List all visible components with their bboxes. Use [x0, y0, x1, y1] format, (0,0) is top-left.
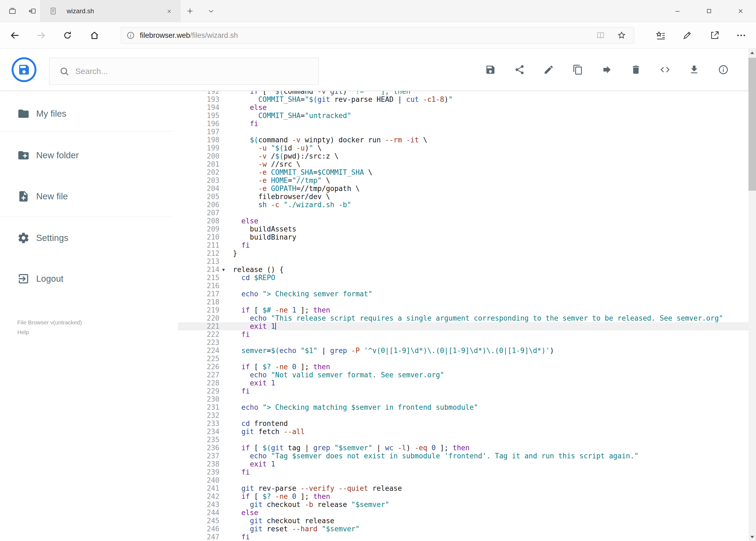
code-line[interactable]: 201 -w //src \ — [178, 160, 748, 168]
code-text[interactable]: git rev-parse --verify --quiet release — [227, 484, 402, 492]
code-editor[interactable]: 192 if [ "$(command -v git)" != "" ]; th… — [178, 91, 748, 541]
code-line[interactable]: 204 -e GOPATH=//tmp/gopath \ — [178, 185, 748, 193]
code-line[interactable]: 243 git checkout -b release "$semver" — [178, 500, 748, 509]
code-line[interactable]: 218 — [178, 298, 748, 306]
code-text[interactable]: -e COMMIT_SHA=$COMMIT_SHA \ — [227, 168, 373, 176]
code-text[interactable]: else — [227, 104, 267, 112]
code-text[interactable] — [227, 338, 233, 346]
code-text[interactable]: fi — [227, 241, 250, 249]
code-line[interactable]: 241 git rev-parse --verify --quiet relea… — [178, 484, 748, 492]
code-text[interactable]: -w //src \ — [227, 160, 300, 168]
code-text[interactable]: fi — [227, 120, 258, 128]
back-button[interactable] — [9, 30, 20, 41]
browser-tab[interactable]: wizard.sh — [41, 0, 180, 22]
code-text[interactable]: sh -c "./wizard.sh -b" — [227, 201, 351, 209]
code-line[interactable]: 231 echo "> Checking matching $semver in… — [178, 403, 748, 411]
share-button[interactable] — [709, 29, 721, 41]
move-button[interactable] — [602, 64, 613, 75]
code-text[interactable]: git reset --hard "$semver" — [227, 525, 360, 533]
code-text[interactable] — [227, 282, 233, 290]
code-line[interactable]: 230 — [178, 395, 748, 403]
sidebar-item-settings[interactable]: Settings — [0, 223, 178, 253]
code-text[interactable]: if [ $? -ne 0 ]; then — [227, 492, 330, 500]
code-text[interactable]: echo "This release script requires a sin… — [227, 314, 723, 322]
code-text[interactable]: release () { — [227, 266, 284, 273]
favorite-star-icon[interactable] — [617, 31, 627, 40]
code-text[interactable] — [227, 476, 233, 484]
code-text[interactable]: buildBinary — [227, 233, 296, 241]
code-text[interactable]: fi — [227, 387, 250, 395]
forward-button[interactable] — [36, 30, 46, 41]
web-note-button[interactable] — [681, 29, 693, 41]
code-line[interactable]: 216 — [178, 282, 748, 290]
code-line[interactable]: 214▾release () { — [178, 266, 748, 273]
code-text[interactable] — [227, 411, 233, 419]
code-text[interactable]: echo "Not valid semver format. See semve… — [227, 371, 444, 379]
sidebar-item-my-files[interactable]: My files — [0, 99, 178, 129]
code-line[interactable]: 195 COMMIT_SHA="untracked" — [178, 112, 748, 120]
code-line[interactable]: 199 -u "$(id -u)" \ — [178, 144, 748, 152]
code-text[interactable]: echo "> Checking semver format" — [227, 290, 373, 298]
code-text[interactable]: git checkout -b release "$semver" — [227, 500, 389, 509]
code-line[interactable]: 203 -e HOME="//tmp" \ — [178, 176, 748, 185]
code-text[interactable]: COMMIT_SHA="$(git rev-parse HEAD | cut -… — [227, 95, 453, 104]
reading-view-icon[interactable] — [596, 31, 606, 40]
code-button[interactable] — [660, 64, 670, 75]
scrollbar-down-button[interactable] — [748, 533, 756, 541]
code-line[interactable]: 207 — [178, 209, 748, 217]
code-text[interactable]: git fetch --all — [227, 427, 305, 436]
code-line[interactable]: 206 sh -c "./wizard.sh -b" — [178, 201, 748, 209]
code-text[interactable]: COMMIT_SHA="untracked" — [227, 112, 351, 120]
code-line[interactable]: 247 fi — [178, 533, 748, 541]
code-line[interactable]: 232 — [178, 411, 748, 419]
code-text[interactable]: cd frontend — [227, 419, 288, 427]
code-text[interactable]: git checkout release — [227, 517, 335, 525]
code-text[interactable]: exit 1 — [227, 460, 275, 468]
code-text[interactable]: buildAssets — [227, 225, 296, 233]
code-line[interactable]: 209 buildAssets — [178, 225, 748, 233]
sidebar-item-new-folder[interactable]: New folder — [0, 141, 178, 170]
code-line[interactable]: 200 -v /$(pwd):/src:z \ — [178, 152, 748, 160]
code-line[interactable]: 220 echo "This release script requires a… — [178, 314, 748, 322]
code-text[interactable]: else — [227, 509, 258, 517]
code-line[interactable]: 198 $(command -v winpty) docker run --rm… — [178, 136, 748, 144]
home-button[interactable] — [89, 30, 100, 41]
code-line[interactable]: 213 — [178, 258, 748, 266]
code-text[interactable]: fi — [227, 533, 250, 541]
code-line[interactable]: 233 cd frontend — [178, 419, 748, 427]
refresh-button[interactable] — [62, 30, 73, 41]
code-line[interactable]: 239 fi — [178, 468, 748, 476]
page-scrollbar[interactable] — [748, 49, 756, 541]
copy-button[interactable] — [573, 64, 583, 75]
code-text[interactable]: cd $REPO — [227, 273, 275, 282]
code-line[interactable]: 192 if [ "$(command -v git)" != "" ]; th… — [178, 91, 748, 95]
code-line[interactable]: 236 if [ $(git tag | grep "$semver" | wc… — [178, 444, 748, 452]
code-text[interactable] — [227, 258, 233, 266]
code-text[interactable]: exit 1 — [227, 379, 275, 387]
code-line[interactable]: 240 — [178, 476, 748, 484]
code-line[interactable]: 222 fi — [178, 330, 748, 338]
code-line[interactable]: 219 if [ $# -ne 1 ]; then — [178, 306, 748, 314]
tab-close-button[interactable] — [164, 6, 174, 16]
code-line[interactable]: 245 git checkout release — [178, 517, 748, 525]
code-text[interactable]: -u "$(id -u)" \ — [227, 144, 322, 152]
page-info-icon[interactable] — [126, 31, 135, 40]
code-text[interactable]: semver=$(echo "$1" | grep -P '^v(0|[1-9]… — [227, 346, 554, 355]
sidebar-item-logout[interactable]: Logout — [0, 264, 178, 293]
code-text[interactable]: filebrowser/dev \ — [227, 193, 330, 201]
code-text[interactable]: if [ $(git tag | grep "$semver" | wc -l)… — [227, 444, 470, 452]
edit-button[interactable] — [543, 64, 554, 75]
code-line[interactable]: 211 fi — [178, 241, 748, 249]
save-button[interactable] — [485, 64, 496, 75]
code-line[interactable]: 228 exit 1 — [178, 379, 748, 387]
code-text[interactable]: if [ $# -ne 1 ]; then — [227, 306, 330, 314]
tabs-aside-list-button[interactable] — [7, 6, 18, 16]
code-line[interactable]: 235 — [178, 436, 748, 444]
code-line[interactable]: 215 cd $REPO — [178, 273, 748, 282]
maximize-button[interactable] — [700, 0, 718, 22]
code-text[interactable] — [227, 128, 233, 136]
code-line[interactable]: 223 — [178, 338, 748, 346]
code-text[interactable]: $(command -v winpty) docker run --rm -it… — [227, 136, 427, 144]
code-line[interactable]: 238 exit 1 — [178, 460, 748, 468]
code-text[interactable] — [227, 395, 233, 403]
